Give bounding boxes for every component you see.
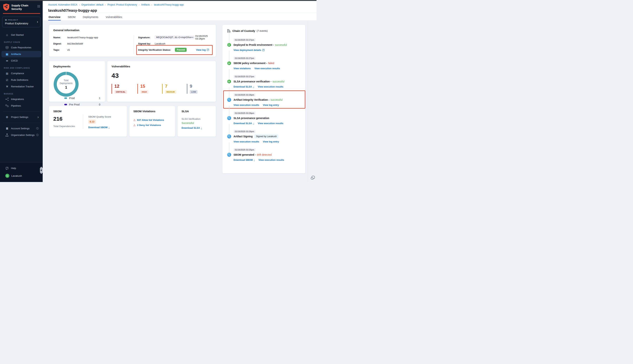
sidebar-item-get-started[interactable]: Get Started <box>2 32 41 38</box>
breadcrumb-link[interactable]: Account: Automation-SSCA <box>48 3 77 6</box>
severity-count: 15 <box>140 84 152 88</box>
sidebar-item-project-settings[interactable]: Project Settings › <box>2 114 41 120</box>
event-link[interactable]: View execution results <box>254 67 280 70</box>
event-link[interactable]: Download SLSA <box>234 122 254 125</box>
project-cube-icon: ▣ <box>5 19 7 21</box>
event-link[interactable]: View execution results <box>258 122 283 125</box>
event-status: successful <box>270 98 282 101</box>
event-timestamp: 01/16/2025 03:26pm <box>234 130 256 133</box>
sidebar-item-account-settings[interactable]: Account Settings ⓘ <box>2 125 41 132</box>
info-icon[interactable]: ⓘ <box>36 127 39 130</box>
sidebar-item-label: Remediation Tracker <box>11 85 34 88</box>
deployments-card: Deployments Total Deployments 1 <box>49 61 105 102</box>
signature-value-chip[interactable]: MEQCICde2VjIT...bL+2+mqnOXw== <box>154 35 196 39</box>
chain-event: 01/16/2025 03:27pm ∞ Deployed to Prod2 e… <box>227 38 300 52</box>
sidebar-item-label: Integrations <box>11 98 24 100</box>
chain-events-count: (7 events) <box>256 30 268 32</box>
event-link[interactable]: View violations <box>234 67 251 70</box>
breadcrumb-link[interactable]: Project: Product Exploratory <box>103 3 137 6</box>
event-timestamp: 01/16/2025 03:27pm <box>234 38 256 42</box>
severity-label-badge: LOW <box>190 90 198 94</box>
breadcrumb-link[interactable]: lavakush07/easy-buggy-app <box>150 3 184 6</box>
event-status: drift detected <box>257 153 272 156</box>
scan-circle-icon <box>227 98 231 102</box>
sidebar-item-label: Pipelines <box>11 104 21 107</box>
card-title: Chain of Custody <box>232 29 255 32</box>
event-title: SBOM generated - <box>234 153 256 156</box>
artifact-name: lavakush07/easy-buggy-app <box>67 36 98 39</box>
slsa-verification-label: SLSA Verification <box>182 118 212 120</box>
sidebar-item[interactable]: Integrations <box>2 96 41 102</box>
warning-triangle-icon: ⚠ <box>133 119 136 122</box>
event-link[interactable]: Download SLSA <box>234 85 254 88</box>
chain-of-custody-card: Chain of Custody (7 events) 01/16/2025 0… <box>222 24 306 174</box>
severity-count: 12 <box>114 84 127 88</box>
event-link[interactable]: View log entry <box>263 140 279 143</box>
sidebar-item-user[interactable]: L Lavakush <box>2 172 41 180</box>
event-link[interactable]: View execution results <box>234 104 259 106</box>
digest-row: Digest: 8d23bd3b5d8f <box>53 42 134 46</box>
box-tools-icon <box>5 85 9 88</box>
page-body: General Information Name: lavakush07/eas… <box>43 21 316 182</box>
view-log-link[interactable]: View log <box>196 48 209 51</box>
gear-icon <box>5 115 9 119</box>
event-link[interactable]: View execution results <box>258 158 284 161</box>
sidebar-item[interactable]: Pipelines <box>2 102 41 109</box>
event-link[interactable]: View deployment details <box>234 49 264 52</box>
supply-chain-security-logo-shield-icon <box>3 4 10 11</box>
brand-accent-rule <box>3 13 40 14</box>
event-link[interactable]: View execution results <box>258 85 283 88</box>
tab[interactable]: Vulnerabilities <box>105 13 122 20</box>
chain-event: 01/16/2025 03:27pm ∞ SBOM policy enforce… <box>227 56 300 70</box>
sidebar-item[interactable]: Remediation Tracker <box>2 83 41 90</box>
sidebar-item-help[interactable]: Help <box>2 164 41 172</box>
breadcrumb-link[interactable]: Artifacts <box>137 3 150 6</box>
event-status: successful <box>272 80 284 83</box>
chain-event: 01/16/2025 03:27pm ∞ SLSA provenance ver… <box>227 75 300 88</box>
event-link[interactable]: Download SBOM <box>234 158 255 161</box>
pipeline-hexagon-icon: ∞ <box>227 43 231 47</box>
clipboard-check-icon <box>5 78 9 82</box>
sbom-card: SBOM 216 Total Dependencies SBOM Quality… <box>49 106 127 137</box>
download-sbom-link[interactable]: Download SBOM <box>88 126 110 129</box>
main-content: Account: Automation-SSCAOrganization: de… <box>43 1 316 182</box>
sidebar: Supply Chain Security ▣ PROJECT Product … <box>0 1 43 182</box>
legend-item: Prod 1 <box>64 97 100 100</box>
app-grid-icon[interactable] <box>37 5 40 8</box>
sidebar-sections: SUPPLY CHAIN Code Repositories <box>0 41 43 109</box>
sidebar-item[interactable]: Code Repositories <box>2 44 41 51</box>
sidebar-item[interactable]: CI/CD <box>2 58 41 64</box>
event-link[interactable]: View log entry <box>263 104 279 106</box>
tab[interactable]: Overview <box>48 13 61 20</box>
card-title: SBOM Violations <box>133 110 171 113</box>
sidebar-item-organization-settings[interactable]: Organization Settings ⓘ <box>2 132 41 138</box>
help-chat-icon <box>5 166 9 170</box>
sidebar-collapse-handle[interactable] <box>40 166 43 174</box>
sidebar-item[interactable]: Compliance <box>2 70 41 76</box>
project-selector[interactable]: ▣ PROJECT Product Exploratory › <box>2 17 40 27</box>
event-link[interactable]: View execution results <box>234 140 259 143</box>
ev-scan: ∞ <box>227 116 231 120</box>
legend-swatch <box>64 104 67 105</box>
violations-link[interactable]: 637 Allow list Violations <box>137 119 164 122</box>
sidebar-footer: Help L Lavakush <box>0 162 43 182</box>
chevron-right-icon: › <box>38 115 39 119</box>
sidebar-item[interactable]: Artifacts <box>2 51 41 57</box>
breadcrumb-link[interactable]: Organization: default <box>77 3 103 6</box>
info-icon[interactable]: ⓘ <box>36 134 39 137</box>
donut-center-label: Total Deployments <box>58 79 74 85</box>
violation-row: ⚠ 2 Deny list Violations <box>133 124 171 126</box>
chain-event: 01/16/2025 03:26pm ∞ Artifact Integrity … <box>227 93 300 106</box>
chat-help-icon[interactable] <box>311 176 315 180</box>
slsa-verification-status: Successful <box>182 122 212 124</box>
chevron-right-icon: › <box>37 20 38 24</box>
sidebar-item[interactable]: Rule Definitions <box>2 77 41 83</box>
violations-link[interactable]: 2 Deny list Violations <box>137 124 161 126</box>
card-title: SLSA <box>182 110 212 113</box>
download-slsa-link[interactable]: Download SLSA <box>182 126 202 129</box>
artifact-tags: v5 <box>67 48 70 51</box>
tab[interactable]: Deployments <box>82 13 99 20</box>
tab[interactable]: SBOM <box>68 13 76 20</box>
status-badge: Passed <box>175 48 187 52</box>
layers-gear-icon <box>5 127 9 130</box>
